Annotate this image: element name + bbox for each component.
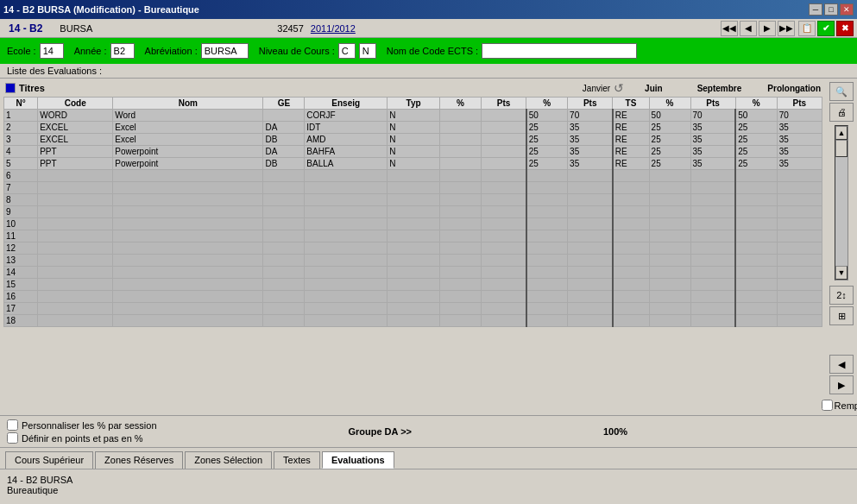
scroll-up-button[interactable]: ▲ bbox=[835, 126, 848, 140]
nom-code-label: Nom de Code ECTS : bbox=[387, 46, 478, 56]
table-row[interactable]: 6 bbox=[4, 170, 822, 182]
nav-right-right-button[interactable]: ▶▶ bbox=[778, 21, 795, 36]
menu-bar-right: ◀◀ ◀ ▶ ▶▶ 📋 ✔ ✖ bbox=[721, 21, 854, 36]
rempl-label: Rempl bbox=[835, 400, 857, 411]
table-row[interactable]: 12 bbox=[4, 243, 822, 255]
search-button[interactable]: 🔍 bbox=[829, 82, 854, 101]
table-row[interactable]: 7 bbox=[4, 182, 822, 194]
table-row[interactable]: 11 bbox=[4, 230, 822, 243]
table-row[interactable]: 14 bbox=[4, 267, 822, 279]
table-row[interactable]: 8 bbox=[4, 194, 822, 206]
scroll-thumb[interactable] bbox=[835, 140, 848, 157]
janvier-header: Janvier bbox=[583, 84, 610, 93]
tab-textes[interactable]: Textes bbox=[274, 451, 320, 469]
table-row[interactable]: 2EXCELExcelDAIDTN2535RE25352535 bbox=[4, 122, 822, 134]
check2-label: Définir en points et pas en % bbox=[22, 433, 143, 444]
menu-bar-left: 14 - B2 BURSA 32457 2011/2012 bbox=[3, 21, 356, 36]
table-row[interactable]: 13 bbox=[4, 255, 822, 267]
table-row[interactable]: 5PPTPowerpointDBBALLAN2535RE25352535 bbox=[4, 158, 822, 170]
ecole-input[interactable] bbox=[40, 43, 64, 59]
col-ts-header: TS bbox=[613, 98, 649, 110]
tab-evaluations[interactable]: Evaluations bbox=[322, 451, 394, 469]
niveau-input1[interactable] bbox=[338, 43, 356, 59]
eval-table: N° Code Nom GE Enseig Typ % Pts % Pts TS… bbox=[3, 97, 822, 327]
col-code-header: Code bbox=[38, 98, 113, 110]
septembre-header: Septembre bbox=[697, 84, 742, 93]
main-content: Titres Janvier ↺ Juin Septembre Prolonga… bbox=[0, 79, 857, 415]
col-pct1-header: % bbox=[440, 98, 482, 110]
col-pts1-header: Pts bbox=[481, 98, 526, 110]
abrev-field: Abréviation : bbox=[145, 43, 249, 59]
prolongation-header: Prolongation bbox=[767, 84, 821, 93]
annee-input[interactable] bbox=[110, 43, 135, 59]
table-row[interactable]: 10 bbox=[4, 218, 822, 230]
table-row[interactable]: 16 bbox=[4, 291, 822, 303]
col-pts4-header: Pts bbox=[777, 98, 822, 110]
confirm-button[interactable]: ✔ bbox=[817, 21, 835, 36]
title-bar: 14 - B2 BURSA (Modification) - Bureautiq… bbox=[0, 0, 857, 19]
tab-bar: Cours Supérieur Zones Réserves Zones Sél… bbox=[0, 447, 857, 469]
status-bar: 14 - B2 BURSA Bureautique bbox=[0, 469, 857, 500]
juin-header: Juin bbox=[645, 84, 663, 93]
menu-year[interactable]: 2011/2012 bbox=[311, 23, 356, 34]
status-line1: 14 - B2 BURSA bbox=[7, 475, 850, 485]
niveau-field: Niveau de Cours : bbox=[259, 43, 376, 59]
nom-code-field: Nom de Code ECTS : bbox=[387, 43, 637, 59]
abrev-input[interactable] bbox=[201, 43, 249, 59]
titres-label: Titres bbox=[19, 83, 45, 93]
menu-id-label[interactable]: 14 - B2 bbox=[3, 21, 47, 36]
checkboxes-area: Personnaliser les % par session Définir … bbox=[7, 419, 157, 444]
sort-number-button[interactable]: 2↕ bbox=[829, 286, 854, 305]
table-row[interactable]: 18 bbox=[4, 315, 822, 327]
table-row[interactable]: 17 bbox=[4, 303, 822, 315]
niveau-label: Niveau de Cours : bbox=[259, 46, 335, 56]
abrev-label: Abréviation : bbox=[145, 46, 198, 56]
nom-code-input[interactable] bbox=[482, 43, 637, 59]
minimize-button[interactable]: ─ bbox=[809, 3, 822, 16]
table-row[interactable]: 3EXCELExcelDBAMDN2535RE25352535 bbox=[4, 134, 822, 146]
window-controls: ─ □ ✕ bbox=[809, 3, 854, 16]
niveau-input2[interactable] bbox=[359, 43, 376, 59]
nav-left-left-button[interactable]: ◀◀ bbox=[721, 21, 738, 36]
menu-name-label[interactable]: BURSA bbox=[54, 22, 98, 35]
check2-row: Définir en points et pas en % bbox=[7, 432, 157, 444]
pct-label: 100% bbox=[603, 426, 627, 437]
rempl-checkbox[interactable] bbox=[822, 400, 833, 411]
tab-zones-sel[interactable]: Zones Sélection bbox=[185, 451, 272, 469]
check1-checkbox[interactable] bbox=[7, 419, 18, 431]
print-button[interactable]: 🖨 bbox=[829, 103, 854, 122]
col-n-header: N° bbox=[4, 98, 38, 110]
tab-cours-sup[interactable]: Cours Supérieur bbox=[5, 451, 93, 469]
grid-button[interactable]: ⊞ bbox=[829, 306, 854, 325]
form-bar: Ecole : Année : Abréviation : Niveau de … bbox=[0, 38, 857, 64]
arrow-right-button[interactable]: ▶ bbox=[829, 375, 854, 394]
col-enseig-header: Enseig bbox=[305, 98, 388, 110]
scroll-down-button[interactable]: ▼ bbox=[835, 266, 848, 280]
scroll-bar[interactable]: ▲ ▼ bbox=[835, 125, 848, 280]
maximize-button[interactable]: □ bbox=[824, 3, 838, 16]
nav-right-button[interactable]: ▶ bbox=[759, 21, 776, 36]
check2-checkbox[interactable] bbox=[7, 432, 18, 444]
title-text: 14 - B2 BURSA (Modification) - Bureautiq… bbox=[3, 4, 199, 15]
bottom-controls: Personnaliser les % par session Définir … bbox=[0, 415, 857, 447]
refresh-icon[interactable]: ↺ bbox=[614, 81, 624, 95]
nav-left-button[interactable]: ◀ bbox=[740, 21, 757, 36]
table-row[interactable]: 15 bbox=[4, 279, 822, 291]
close-button[interactable]: ✕ bbox=[840, 3, 854, 16]
table-row[interactable]: 1WORDWordCORJFN5070RE50705070 bbox=[4, 110, 822, 122]
copy-button[interactable]: 📋 bbox=[798, 21, 816, 36]
tab-zones-res[interactable]: Zones Réserves bbox=[95, 451, 183, 469]
status-line2: Bureautique bbox=[7, 485, 850, 495]
cancel-button[interactable]: ✖ bbox=[836, 21, 854, 36]
col-pts2-header: Pts bbox=[568, 98, 613, 110]
col-typ-header: Typ bbox=[388, 98, 440, 110]
col-pct4-header: % bbox=[735, 98, 777, 110]
col-pct3-header: % bbox=[649, 98, 690, 110]
table-row[interactable]: 4PPTPowerpointDABAHFAN2535RE25352535 bbox=[4, 146, 822, 158]
section-header: Liste des Evaluations : bbox=[0, 64, 857, 79]
menu-number-display: 32457 bbox=[277, 23, 304, 34]
table-row[interactable]: 9 bbox=[4, 206, 822, 218]
sidebar-toolbar: 🔍 🖨 ▲ ▼ 2↕ ⊞ ◀ ▶ Rempl bbox=[826, 79, 857, 415]
arrow-left-button[interactable]: ◀ bbox=[829, 355, 854, 374]
col-ge-header: GE bbox=[263, 98, 305, 110]
